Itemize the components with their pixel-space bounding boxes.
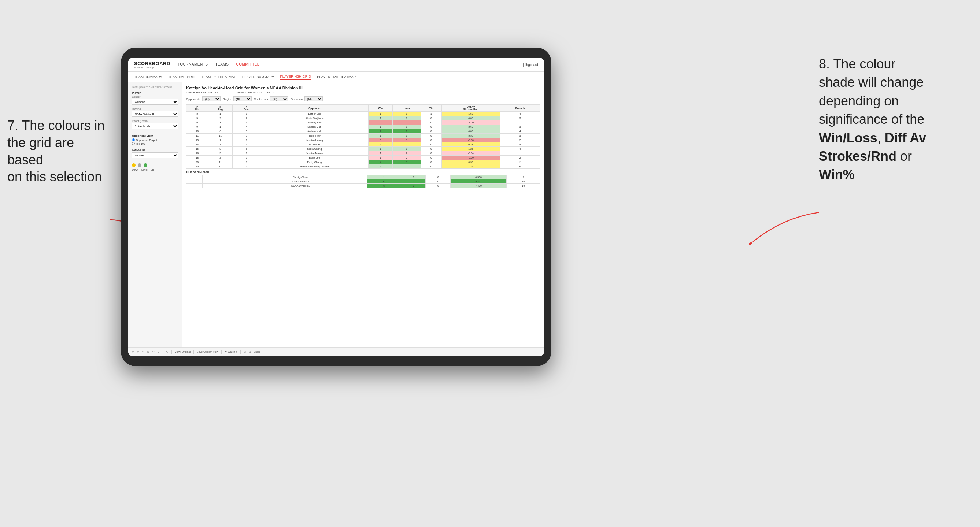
table-row: NAIA Division 1 15 0 0 9.267 30 bbox=[186, 179, 540, 184]
table-row: 5 2 2 Alexis Sudjianto 1 0 0 4.00 3 bbox=[186, 116, 540, 121]
radio-top100-input[interactable] bbox=[132, 142, 135, 145]
grid-records: Overall Record: 353 - 34 - 6 Division Re… bbox=[186, 91, 540, 94]
cell-conf bbox=[218, 179, 234, 184]
tab-player-h2h-grid[interactable]: PLAYER H2H GRID bbox=[280, 74, 311, 80]
cell-reg: 11 bbox=[208, 164, 232, 169]
toolbar-icon2[interactable]: ⊟ bbox=[249, 351, 251, 353]
table-row: 18 2 2 Euna Lee 1 2 0 -5.00 2 bbox=[186, 156, 540, 160]
toolbar-grid[interactable]: ⊞ bbox=[147, 351, 150, 353]
sub-nav: TEAM SUMMARY TEAM H2H GRID TEAM H2H HEAT… bbox=[128, 72, 544, 82]
gender-dropdown[interactable]: Women's bbox=[132, 99, 178, 105]
table-row: 16 9 1 Jessica Mason 1 2 0 -0.94 bbox=[186, 151, 540, 156]
radio-opponents-played-input[interactable] bbox=[132, 138, 135, 141]
cell-rounds: 9 bbox=[500, 143, 540, 147]
toolbar-cut[interactable]: ✂ bbox=[153, 351, 154, 353]
cell-name: Jessica Mason bbox=[261, 151, 369, 156]
logo-text: SCOREBOARD bbox=[134, 61, 170, 66]
cell-loss: 0 bbox=[401, 184, 426, 188]
toolbar-save-custom[interactable]: Save Custom View bbox=[197, 351, 218, 353]
cell-rounds: 3 bbox=[500, 134, 540, 138]
toolbar-redo[interactable]: ↪ bbox=[142, 351, 144, 353]
cell-rounds: 4 bbox=[500, 129, 540, 134]
toolbar-refresh[interactable]: ↺ bbox=[158, 351, 160, 353]
cell-conf: 1 bbox=[232, 151, 261, 156]
cell-loss: 1 bbox=[393, 138, 421, 143]
cell-reg: 6 bbox=[208, 129, 232, 134]
nav-teams[interactable]: TEAMS bbox=[215, 61, 229, 68]
toolbar-share[interactable]: Share bbox=[254, 351, 261, 353]
cell-conf: 7 bbox=[232, 164, 261, 169]
col-loss: Loss bbox=[393, 105, 421, 112]
player-rank-dropdown[interactable]: 8. Katelyn Vo bbox=[132, 123, 178, 129]
filter-region-select[interactable]: (All) bbox=[233, 96, 252, 102]
filter-opponent-label: Opponent bbox=[291, 97, 303, 101]
cell-diff: 0.30 bbox=[441, 160, 500, 164]
filter-opponents: Opponents: (All) bbox=[186, 96, 221, 102]
division-dropdown[interactable]: NCAA Division III bbox=[132, 111, 178, 117]
col-rounds: Rounds bbox=[500, 105, 540, 112]
toolbar-sep2 bbox=[172, 350, 172, 354]
nav-committee[interactable]: COMMITTEE bbox=[236, 61, 260, 68]
cell-rounds: 10 bbox=[506, 184, 540, 188]
cell-loss: 0 bbox=[393, 129, 421, 134]
toolbar-clock[interactable]: ⏱ bbox=[166, 351, 169, 353]
timestamp: Last Updated: 27/03/2024 16:55:38 bbox=[132, 86, 178, 88]
opponent-view-label: Opponent view bbox=[132, 134, 178, 137]
toolbar-watch[interactable]: 👁 Watch ▾ bbox=[224, 351, 237, 353]
nav-tournaments[interactable]: TOURNAMENTS bbox=[178, 61, 208, 68]
table-row: 3 1 1 Esther Lee 1 0 1 1.50 4 bbox=[186, 112, 540, 116]
cell-name: Foreign Team bbox=[234, 175, 367, 179]
cell-name: Jessica Huang bbox=[261, 138, 369, 143]
cell-tie: 0 bbox=[421, 129, 441, 134]
cell-conf bbox=[218, 175, 234, 179]
table-header-row: #Div #Reg #Conf Opponent Win Loss Tie Di… bbox=[186, 105, 540, 112]
cell-rounds bbox=[500, 151, 540, 156]
cell-win: 1 bbox=[369, 147, 393, 151]
colour-dot-up bbox=[143, 163, 147, 167]
cell-diff: 0.38 bbox=[441, 143, 500, 147]
cell-tie: 0 bbox=[421, 147, 441, 151]
tab-team-summary[interactable]: TEAM SUMMARY bbox=[134, 75, 162, 79]
cell-conf: 2 bbox=[232, 116, 261, 121]
colour-by-dropdown[interactable]: Win/loss bbox=[132, 152, 178, 158]
table-row: Foreign Team 1 0 0 4.500 2 bbox=[186, 175, 540, 179]
cell-loss: 1 bbox=[393, 160, 421, 164]
toolbar-view-original[interactable]: View: Original bbox=[175, 351, 191, 353]
cell-diff: 3.33 bbox=[441, 134, 500, 138]
cell-win: 1 bbox=[369, 125, 393, 129]
cell-diff: 1.50 bbox=[441, 112, 500, 116]
division-record: Division Record: 331 - 34 - 6 bbox=[237, 91, 274, 94]
tab-team-h2h-heatmap[interactable]: TEAM H2H HEATMAP bbox=[201, 75, 236, 79]
cell-conf: 3 bbox=[232, 129, 261, 134]
out-division-table: Foreign Team 1 0 0 4.500 2 NAIA Division… bbox=[186, 175, 540, 188]
tab-player-h2h-heatmap[interactable]: PLAYER H2H HEATMAP bbox=[317, 75, 356, 79]
col-opponent: Opponent bbox=[261, 105, 369, 112]
cell-win: 2 bbox=[369, 164, 393, 169]
logo-sub: Powered by clippd bbox=[134, 66, 170, 69]
cell-win: 15 bbox=[367, 179, 401, 184]
player-rank-label: Player (Rank) bbox=[132, 120, 178, 122]
cell-div: 20 bbox=[186, 160, 208, 164]
cell-loss: 0 bbox=[393, 125, 421, 129]
col-div: #Div bbox=[186, 105, 208, 112]
cell-loss: 0 bbox=[393, 112, 421, 116]
cell-win: 1 bbox=[369, 151, 393, 156]
cell-tie: 0 bbox=[421, 121, 441, 125]
cell-div bbox=[186, 184, 203, 188]
sign-out-link[interactable]: | Sign out bbox=[523, 63, 538, 67]
table-row: 14 7 4 Eunice Yi 2 2 0 0.38 9 bbox=[186, 143, 540, 147]
filter-conference: Conference (All) bbox=[254, 96, 288, 102]
filter-conference-select[interactable]: (All) bbox=[270, 96, 288, 102]
toolbar-sep1 bbox=[163, 350, 163, 354]
colour-dot-down bbox=[132, 163, 135, 167]
toolbar-undo[interactable]: ↩ bbox=[132, 351, 134, 353]
toolbar-sep3 bbox=[193, 350, 194, 354]
tab-team-h2h-grid[interactable]: TEAM H2H GRID bbox=[168, 75, 195, 79]
tab-player-summary[interactable]: PLAYER SUMMARY bbox=[242, 75, 274, 79]
filter-opponent-select[interactable]: (All) bbox=[304, 96, 323, 102]
toolbar-undo2[interactable]: ↩ bbox=[137, 351, 139, 353]
filter-opponents-select[interactable]: (All) bbox=[202, 96, 221, 102]
toolbar-icon1[interactable]: ⊡ bbox=[243, 351, 246, 353]
filter-conference-label: Conference bbox=[254, 97, 269, 101]
cell-win: 1 bbox=[369, 156, 393, 160]
